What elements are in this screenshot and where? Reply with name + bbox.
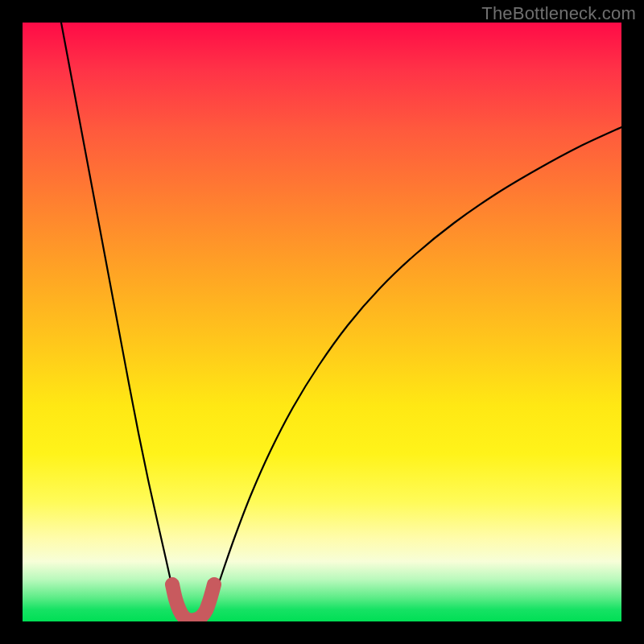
chart-svg [23, 23, 621, 621]
curve-right-branch [206, 127, 621, 619]
highlight-u [172, 584, 214, 621]
plot-area [23, 23, 621, 621]
curve-left-branch [61, 23, 181, 619]
watermark-text: TheBottleneck.com [481, 3, 636, 24]
